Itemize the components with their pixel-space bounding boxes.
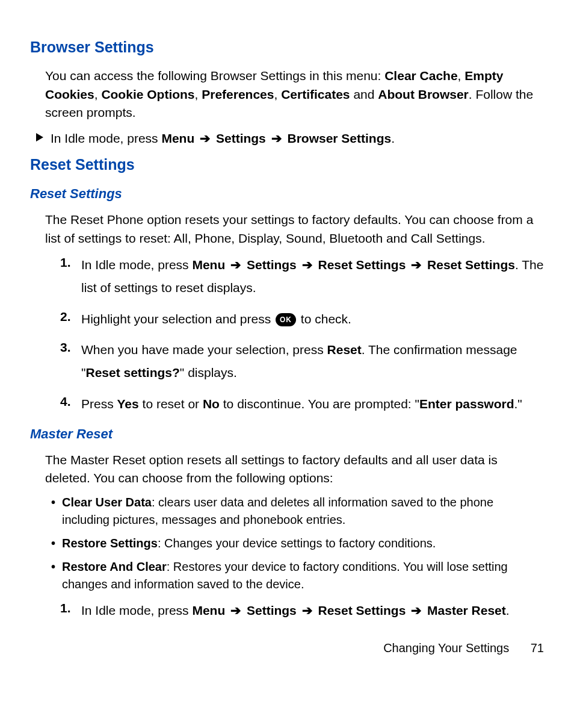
reset-settings-heading: Reset Settings: [30, 154, 544, 175]
master-reset-options: Clear User Data: clears user data and de…: [51, 494, 544, 593]
arrow-icon: ➔: [411, 258, 422, 272]
bold-term: Clear Cache: [384, 69, 457, 82]
master-reset-intro: The Master Reset option resets all setti…: [45, 451, 544, 488]
menu-label: Menu: [192, 603, 225, 617]
nav-text: In Idle mode, press Menu ➔ Settings ➔ Br…: [51, 129, 544, 148]
master-reset-subheading: Master Reset: [30, 425, 544, 444]
bold-term: About Browser: [378, 87, 469, 101]
option-desc: : Changes your device settings to factor…: [158, 537, 436, 550]
prompt-msg: Enter password: [419, 397, 514, 411]
text: " displays.: [180, 366, 237, 379]
master-reset-steps: 1. In Idle mode, press Menu ➔ Settings ➔…: [60, 599, 544, 622]
browser-intro: You can access the following Browser Set…: [45, 67, 544, 122]
arrow-icon: ➔: [230, 603, 241, 617]
text: Highlight your selection and press: [81, 312, 274, 326]
arrow-icon: ➔: [302, 603, 313, 617]
browser-settings-heading: Browser Settings: [30, 36, 544, 58]
text: .: [391, 131, 395, 145]
step-content: Highlight your selection and press OK to…: [81, 308, 544, 331]
text: Press: [81, 397, 117, 411]
step-content: In Idle mode, press Menu ➔ Settings ➔ Re…: [81, 254, 544, 299]
browser-nav-step: In Idle mode, press Menu ➔ Settings ➔ Br…: [36, 129, 544, 148]
step-number: 1.: [60, 599, 81, 617]
list-item: Restore And Clear: Restores your device …: [51, 558, 544, 593]
nav-label: Reset Settings: [318, 258, 406, 272]
arrow-icon: ➔: [200, 131, 211, 145]
list-item: Clear User Data: clears user data and de…: [51, 494, 544, 529]
text: In Idle mode, press: [81, 603, 192, 617]
no-label: No: [203, 397, 220, 411]
arrow-icon: ➔: [302, 258, 313, 272]
nav-label: Master Reset: [427, 603, 506, 617]
text: In Idle mode, press: [51, 131, 161, 145]
text: ,: [458, 69, 465, 82]
target-label: Browser Settings: [287, 131, 391, 145]
step-number: 1.: [60, 254, 81, 272]
option-name: Clear User Data: [62, 496, 152, 509]
step-number: 2.: [60, 308, 81, 326]
step-content: Press Yes to reset or No to discontinue.…: [81, 393, 544, 415]
settings-label: Settings: [247, 603, 297, 617]
step-4: 4. Press Yes to reset or No to discontin…: [60, 393, 544, 415]
nav-label: Reset Settings: [427, 258, 515, 272]
settings-label: Settings: [216, 131, 266, 145]
triangle-bullet-icon: [36, 133, 43, 142]
text: .": [514, 397, 522, 411]
text: to discontinue. You are prompted: ": [220, 397, 419, 411]
step-content: When you have made your selection, press…: [81, 338, 544, 384]
step-3: 3. When you have made your selection, pr…: [60, 338, 544, 384]
confirm-msg: Reset settings?: [85, 366, 179, 379]
settings-label: Settings: [247, 258, 297, 272]
page-number: 71: [531, 641, 544, 655]
text: ,: [195, 87, 202, 101]
option-name: Restore Settings: [62, 537, 158, 550]
arrow-icon: ➔: [411, 603, 422, 617]
menu-label: Menu: [192, 258, 225, 272]
text: to check.: [301, 312, 351, 326]
page-footer: Changing Your Settings 71: [30, 639, 544, 657]
yes-label: Yes: [117, 397, 139, 411]
reset-label: Reset: [327, 343, 362, 356]
text: In Idle mode, press: [81, 258, 192, 272]
nav-label: Reset Settings: [318, 603, 406, 617]
menu-label: Menu: [161, 131, 194, 145]
step-2: 2. Highlight your selection and press OK…: [60, 308, 544, 331]
text: You can access the following Browser Set…: [45, 69, 384, 82]
bold-term: Certificates: [281, 87, 350, 101]
option-name: Restore And Clear: [62, 560, 167, 573]
text: and: [350, 87, 378, 101]
text: ,: [274, 87, 281, 101]
text: ,: [94, 87, 102, 101]
list-item: Restore Settings: Changes your device se…: [51, 535, 544, 552]
step-number: 3.: [60, 338, 81, 356]
step-content: In Idle mode, press Menu ➔ Settings ➔ Re…: [81, 599, 544, 622]
step-number: 4.: [60, 393, 81, 411]
arrow-icon: ➔: [230, 258, 241, 272]
step-1: 1. In Idle mode, press Menu ➔ Settings ➔…: [60, 599, 544, 622]
bold-term: Cookie Options: [101, 87, 194, 101]
step-1: 1. In Idle mode, press Menu ➔ Settings ➔…: [60, 254, 544, 299]
arrow-icon: ➔: [271, 131, 282, 145]
ok-button-icon: OK: [276, 313, 296, 326]
reset-intro: The Reset Phone option resets your setti…: [45, 211, 544, 247]
section-title: Changing Your Settings: [383, 641, 509, 655]
reset-settings-subheading: Reset Settings: [30, 184, 544, 204]
text: .: [506, 603, 510, 617]
text: When you have made your selection, press: [81, 343, 327, 356]
bold-term: Preferences: [202, 87, 274, 101]
reset-steps: 1. In Idle mode, press Menu ➔ Settings ➔…: [60, 254, 544, 415]
text: to reset or: [139, 397, 203, 411]
